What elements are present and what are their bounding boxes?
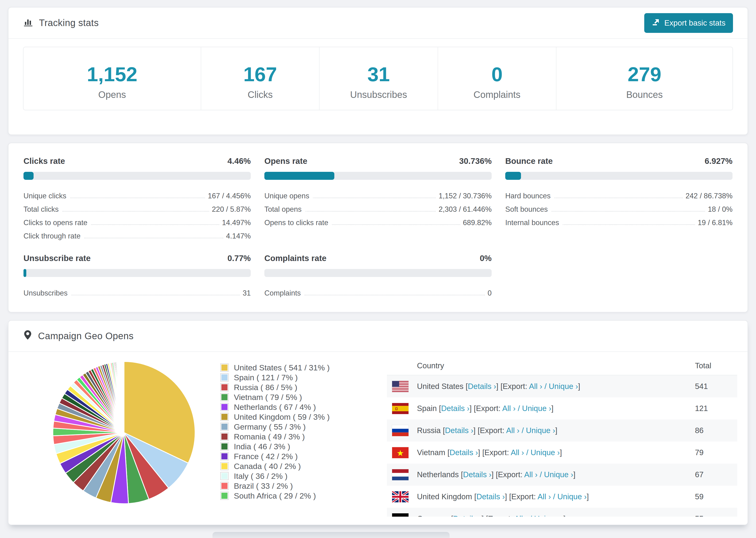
summary-cell-opens: 1,152Opens xyxy=(24,47,201,110)
progress-bar-track xyxy=(505,172,732,180)
legend-item: Canada ( 40 / 2% ) xyxy=(220,461,370,471)
geo-table-row-es: Spain [Details ›] [Export: All › / Uniqu… xyxy=(387,398,737,419)
rate-row-label: Total opens xyxy=(264,205,302,214)
country-cell: Netherlands [Details ›] [Export: All › /… xyxy=(417,470,695,479)
rate-row-value: 14.497% xyxy=(222,219,251,227)
rate-row: Unique clicks167 / 4.456% xyxy=(24,187,251,200)
country-name: Germany xyxy=(417,514,449,517)
legend-swatch xyxy=(220,482,229,490)
export-all-link[interactable]: All › xyxy=(506,426,519,435)
geo-table-row-de: Germany [Details ›] [Export: All › / Uni… xyxy=(387,508,737,517)
rate-rows: Hard bounces242 / 86.738%Soft bounces18 … xyxy=(505,187,732,227)
rate-row: Soft bounces18 / 0% xyxy=(505,200,732,214)
details-link[interactable]: Details › xyxy=(441,404,469,413)
rate-title-row: Complaints rate0% xyxy=(264,253,492,263)
export-unique-link[interactable]: Unique › xyxy=(526,426,555,435)
country-cell: Vietnam [Details ›] [Export: All › / Uni… xyxy=(417,448,695,457)
horizontal-scrollbar[interactable] xyxy=(212,532,450,538)
dotted-leader xyxy=(552,211,705,211)
legend-item: Russia ( 86 / 5% ) xyxy=(220,382,370,392)
export-basic-stats-button[interactable]: Export basic stats xyxy=(644,13,733,33)
legend-item: Brazil ( 33 / 2% ) xyxy=(220,481,370,491)
export-all-link[interactable]: All › xyxy=(511,448,524,457)
dotted-leader xyxy=(563,224,695,225)
rate-row: Total opens2,303 / 61.446% xyxy=(264,200,492,214)
legend-swatch xyxy=(220,472,229,480)
rate-title-row: Bounce rate6.927% xyxy=(505,156,732,166)
rate-row-value: 4.147% xyxy=(226,232,251,241)
rate-row: Hard bounces242 / 86.738% xyxy=(505,187,732,200)
progress-bar-fill xyxy=(24,172,33,180)
rate-rows: Complaints0 xyxy=(264,284,492,297)
details-link[interactable]: Details › xyxy=(476,492,505,501)
details-link[interactable]: Details › xyxy=(453,514,482,517)
export-icon xyxy=(652,18,660,28)
rate-value: 6.927% xyxy=(705,156,732,166)
rate-row: Internal bounces19 / 6.81% xyxy=(505,214,732,227)
export-prefix: Export: xyxy=(488,514,513,517)
legend-item: Romania ( 49 / 3% ) xyxy=(220,432,370,442)
details-link[interactable]: Details › xyxy=(463,470,491,479)
export-all-link[interactable]: All › xyxy=(524,470,538,479)
tracking-stats-card: Tracking stats Export basic stats 1,152O… xyxy=(8,7,748,135)
page-title: Tracking stats xyxy=(39,18,99,28)
rate-row-label: Unique opens xyxy=(264,192,309,200)
legend-swatch xyxy=(220,383,229,392)
rate-row-value: 167 / 4.456% xyxy=(208,192,251,200)
bar-chart-icon xyxy=(23,17,33,29)
geo-table-scroll-area[interactable]: Country Total United States [Details ›] … xyxy=(387,356,737,517)
rate-row-value: 1,152 / 30.736% xyxy=(439,192,492,200)
dotted-leader xyxy=(313,198,436,198)
export-unique-link[interactable]: Unique › xyxy=(557,492,587,501)
flag-icon-ru xyxy=(392,425,408,436)
details-link[interactable]: Details › xyxy=(468,382,496,391)
geo-opens-header: Campaign Geo Opens xyxy=(9,321,747,352)
dotted-leader xyxy=(554,198,683,198)
page: Tracking stats Export basic stats 1,152O… xyxy=(0,0,756,538)
legend-item: France ( 42 / 2% ) xyxy=(220,452,370,461)
country-cell: Germany [Details ›] [Export: All › / Uni… xyxy=(417,514,695,517)
export-unique-link[interactable]: Unique › xyxy=(544,470,573,479)
country-name: United States xyxy=(417,382,463,391)
country-cell: United States [Details ›] [Export: All ›… xyxy=(417,382,695,391)
country-name: Netherlands xyxy=(417,470,459,479)
export-all-link[interactable]: All › xyxy=(514,514,528,517)
summary-label: Unsubscribes xyxy=(320,89,437,100)
summary-cell-unsubscribes: 31Unsubscribes xyxy=(319,47,437,110)
rate-title-row: Unsubscribe rate0.77% xyxy=(24,253,251,263)
dotted-leader xyxy=(305,211,436,211)
details-link[interactable]: Details › xyxy=(450,448,478,457)
legend-label: Netherlands ( 67 / 4% ) xyxy=(234,403,316,412)
rate-row-value: 19 / 6.81% xyxy=(698,219,732,227)
flag-icon-nl xyxy=(392,469,408,480)
export-unique-link[interactable]: Unique › xyxy=(531,448,560,457)
geo-opens-title: Campaign Geo Opens xyxy=(23,330,134,342)
rate-row-label: Unsubscribes xyxy=(24,289,68,297)
dotted-leader xyxy=(63,211,209,211)
rates-card: Clicks rate4.46%Unique clicks167 / 4.456… xyxy=(8,143,748,312)
export-prefix: Export: xyxy=(480,426,505,435)
rate-row-value: 18 / 0% xyxy=(708,205,732,214)
export-unique-link[interactable]: Unique › xyxy=(522,404,552,413)
export-unique-link[interactable]: Unique › xyxy=(534,514,564,517)
legend-label: Canada ( 40 / 2% ) xyxy=(234,462,301,471)
rate-block-unsubscribe: Unsubscribe rate0.77%Unsubscribes31 xyxy=(24,253,251,297)
summary-cell-bounces: 279Bounces xyxy=(556,47,732,110)
export-all-link[interactable]: All › xyxy=(538,492,551,501)
legend-item: South Africa ( 29 / 2% ) xyxy=(220,491,370,501)
rate-title: Unsubscribe rate xyxy=(24,253,91,263)
rate-value: 0% xyxy=(480,253,492,263)
export-all-link[interactable]: All › xyxy=(529,382,542,391)
country-name: Russia xyxy=(417,426,441,435)
rate-title-row: Clicks rate4.46% xyxy=(24,156,251,166)
legend-swatch xyxy=(220,373,229,382)
total-cell: 541 xyxy=(695,382,737,391)
export-unique-link[interactable]: Unique › xyxy=(549,382,578,391)
geo-table-row-nl: Netherlands [Details ›] [Export: All › /… xyxy=(387,463,737,486)
progress-bar-track xyxy=(264,269,492,277)
total-cell: 59 xyxy=(695,492,737,501)
export-all-link[interactable]: All › xyxy=(502,404,515,413)
rate-row-label: Unique clicks xyxy=(24,192,67,200)
details-link[interactable]: Details › xyxy=(445,426,473,435)
rate-rows: Unique opens1,152 / 30.736%Total opens2,… xyxy=(264,187,492,227)
